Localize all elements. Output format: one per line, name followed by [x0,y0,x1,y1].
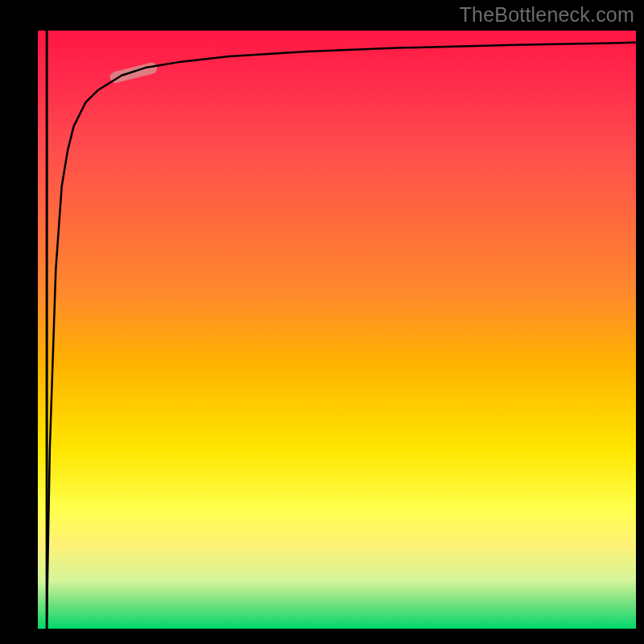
plot-area [38,31,636,629]
chart-frame: TheBottleneck.com [0,0,644,644]
watermark-text: TheBottleneck.com [460,3,634,27]
